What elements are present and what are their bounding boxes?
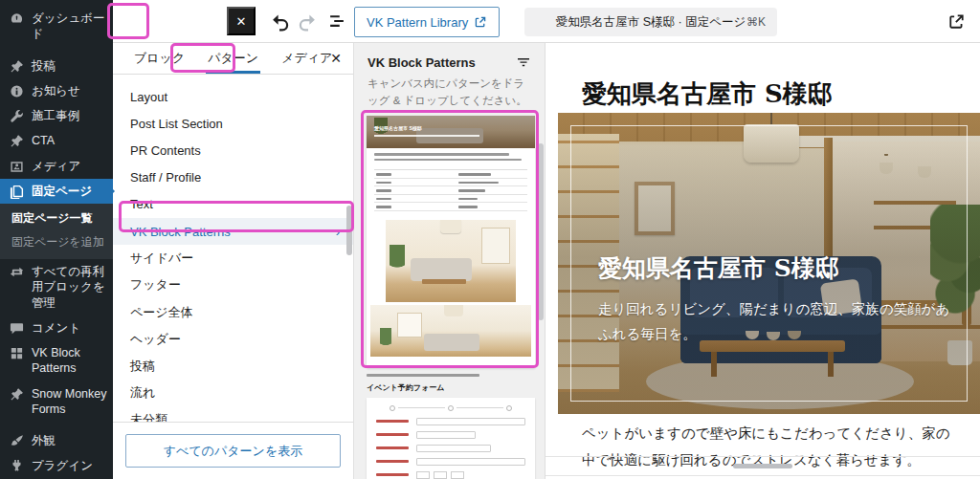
tab-blocks[interactable]: ブロック bbox=[122, 43, 196, 74]
submenu-item-page-list[interactable]: 固定ページ一覧 bbox=[0, 207, 113, 230]
list-view-icon[interactable] bbox=[326, 11, 347, 32]
drag-drop-instruction: キャンバス内にパターンをドラッグ & ドロップしてください。 bbox=[354, 74, 545, 110]
form-stepper bbox=[376, 405, 525, 411]
patterns-panel-scrollbar[interactable] bbox=[538, 143, 544, 320]
sidebar-item-label: プラグイン bbox=[32, 458, 93, 473]
pages-submenu: 固定ページ一覧 固定ページを追加 bbox=[0, 204, 113, 259]
sidebar-item-reusable-blocks[interactable]: すべての再利用ブロックを管理 bbox=[0, 259, 113, 316]
pattern-mini-photo-interior bbox=[370, 305, 531, 357]
hero-cover-block[interactable]: 愛知県名古屋市 S様邸 走り回れるリビング、陽だまりの窓辺、家族の笑顔があふれる… bbox=[558, 113, 980, 414]
block-drag-handle[interactable] bbox=[733, 464, 792, 468]
close-editor-button[interactable]: ✕ bbox=[227, 7, 256, 35]
grid-icon bbox=[10, 346, 24, 360]
editor-top-bar: ✕ VK Pattern Library 愛知県名古屋市 S様邸 · 固定ページ… bbox=[113, 0, 980, 43]
media-icon bbox=[10, 160, 24, 174]
sidebar-item-label: 施工事例 bbox=[32, 108, 79, 123]
category-flow[interactable]: 流れ bbox=[113, 380, 353, 406]
sidebar-item-label: 外観 bbox=[32, 433, 56, 448]
filter-icon[interactable] bbox=[516, 54, 531, 70]
sidebar-item-posts[interactable]: 投稿 bbox=[0, 54, 113, 78]
external-link-icon bbox=[474, 15, 487, 29]
sidebar-item-comments[interactable]: コメント bbox=[0, 316, 113, 340]
sidebar-item-label: お知らせ bbox=[32, 83, 80, 98]
pin-icon bbox=[10, 387, 24, 402]
hero-subtitle: 走り回れるリビング、陽だまりの窓辺、家族の笑顔があふれる毎日を。 bbox=[598, 296, 954, 346]
sidebar-item-label: すべての再利用ブロックを管理 bbox=[32, 264, 107, 311]
submenu-item-add-page[interactable]: 固定ページを追加 bbox=[0, 230, 113, 254]
brush-icon bbox=[10, 434, 24, 448]
sidebar-item-news[interactable]: お知らせ bbox=[0, 78, 113, 103]
pattern2-form-card bbox=[367, 398, 535, 479]
pin-icon bbox=[10, 134, 24, 148]
inserter-tabs: ブロック パターン メディア ✕ bbox=[113, 43, 353, 75]
sidebar-item-dashboard[interactable]: ダッシュボード bbox=[0, 6, 113, 47]
category-staff-profile[interactable]: Staff / Profile bbox=[113, 164, 353, 191]
category-posts[interactable]: 投稿 bbox=[113, 353, 353, 380]
sidebar-item-appearance[interactable]: 外観 bbox=[0, 428, 113, 453]
plugin-icon bbox=[10, 459, 24, 473]
close-inserter-icon[interactable]: ✕ bbox=[330, 51, 342, 66]
sidebar-item-label: Snow Monkey Forms bbox=[32, 386, 107, 418]
pin-icon bbox=[10, 59, 24, 74]
sidebar-item-pages[interactable]: 固定ページ bbox=[0, 179, 113, 204]
chevron-right-icon: › bbox=[336, 225, 340, 239]
category-post-list-section[interactable]: Post List Section bbox=[113, 110, 353, 137]
wp-admin-sidebar: ダッシュボード 投稿 お知らせ 施工事例 CTA メディア 固定ページ 固定ペー… bbox=[0, 0, 113, 479]
category-sidebar[interactable]: サイドバー bbox=[113, 245, 353, 272]
sidebar-item-plugins[interactable]: プラグイン bbox=[0, 453, 113, 478]
gutenberg-editor-window: ダッシュボード 投稿 お知らせ 施工事例 CTA メディア 固定ページ 固定ペー… bbox=[0, 0, 980, 479]
command-shortcut: ⌘K bbox=[746, 15, 766, 29]
tab-patterns[interactable]: パターン bbox=[196, 43, 270, 74]
block-separator bbox=[546, 456, 980, 457]
pattern-preview-event-form[interactable]: イベント予約フォーム bbox=[367, 374, 535, 479]
comment-icon bbox=[10, 321, 24, 336]
category-layout[interactable]: Layout bbox=[113, 83, 353, 110]
pattern-mini-hero-title: 愛知県名古屋市 S様邸 bbox=[374, 125, 422, 131]
command-center-bar[interactable]: 愛知県名古屋市 S様邸 · 固定ページ ⌘K bbox=[524, 8, 777, 36]
vk-panel-header: VK Block Patterns bbox=[354, 43, 545, 74]
hero-title: 愛知県名古屋市 S様邸 bbox=[598, 252, 839, 284]
category-whole-page[interactable]: ページ全体 bbox=[113, 299, 353, 326]
view-site-icon[interactable] bbox=[947, 12, 969, 33]
inserter-footer: すべてのパターンを表示 bbox=[113, 422, 353, 479]
show-all-patterns-button[interactable]: すべてのパターンを表示 bbox=[125, 434, 341, 468]
category-text[interactable]: Text bbox=[113, 191, 353, 218]
inserter-scrollbar[interactable] bbox=[346, 206, 352, 255]
pattern-preview-case-study[interactable]: 愛知県名古屋市 S様邸 bbox=[367, 116, 535, 368]
category-header[interactable]: ヘッダー bbox=[113, 326, 353, 353]
category-vk-block-patterns[interactable]: VK Block Patterns › bbox=[113, 218, 353, 245]
sidebar-item-label: 投稿 bbox=[32, 58, 56, 74]
sidebar-item-label: コメント bbox=[32, 320, 80, 336]
pattern-mini-hero-image: 愛知県名古屋市 S様邸 bbox=[367, 116, 535, 148]
post-title[interactable]: 愛知県名古屋市 S様邸 bbox=[582, 77, 833, 111]
repeat-icon bbox=[10, 265, 24, 279]
block-separator bbox=[546, 475, 980, 476]
vk-pattern-library-button[interactable]: VK Pattern Library bbox=[354, 7, 500, 37]
vk-block-patterns-panel: VK Block Patterns キャンバス内にパターンをドラッグ & ドロッ… bbox=[354, 43, 546, 479]
info-icon bbox=[10, 84, 24, 98]
sidebar-separator bbox=[0, 422, 113, 428]
vk-panel-title: VK Block Patterns bbox=[368, 55, 476, 70]
sidebar-separator bbox=[0, 47, 113, 54]
sidebar-item-label: VK Block Patterns bbox=[32, 345, 107, 377]
pages-icon bbox=[10, 185, 24, 199]
sidebar-item-vk-block-patterns[interactable]: VK Block Patterns bbox=[0, 340, 113, 381]
pattern-category-list: Layout Post List Section PR Contents Sta… bbox=[113, 75, 353, 433]
category-footer[interactable]: フッター bbox=[113, 272, 353, 298]
sidebar-item-label: ダッシュボード bbox=[32, 11, 107, 42]
editor-canvas[interactable]: 愛知県名古屋市 S様邸 愛知県名古屋市 S様邸 走り回れるリビング、陽だまりの窓… bbox=[546, 43, 980, 479]
sidebar-item-label: CTA bbox=[32, 133, 55, 148]
sidebar-item-label: 固定ページ bbox=[32, 184, 92, 199]
pattern2-title: イベント予約フォーム bbox=[367, 382, 535, 393]
sidebar-item-label: メディア bbox=[32, 159, 80, 174]
sidebar-item-snow-monkey-forms[interactable]: Snow Monkey Forms bbox=[0, 381, 113, 423]
undo-icon[interactable] bbox=[269, 11, 290, 32]
pattern2-caption-line bbox=[367, 374, 479, 377]
sidebar-item-cta[interactable]: CTA bbox=[0, 128, 113, 153]
category-pr-contents[interactable]: PR Contents bbox=[113, 137, 353, 163]
wrench-icon bbox=[10, 109, 24, 123]
sidebar-item-media[interactable]: メディア bbox=[0, 154, 113, 179]
redo-icon[interactable] bbox=[298, 11, 319, 32]
sidebar-item-works[interactable]: 施工事例 bbox=[0, 103, 113, 128]
pattern-mini-text bbox=[367, 148, 535, 165]
